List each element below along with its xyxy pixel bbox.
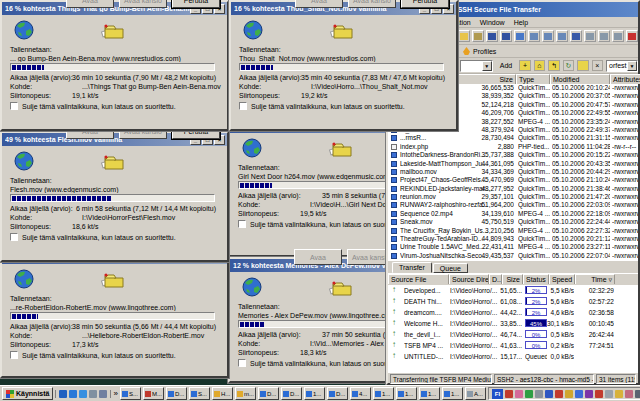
transfer-row[interactable]: ↑Developed...I:\Video\HorrorF.../...51,6… [388, 285, 638, 296]
file-row[interactable]: REKINDLED-jackstanley-mar...48,277,952Qu… [388, 185, 638, 193]
close-when-done-checkbox[interactable]: Sulje tämä valintaikkuna, kun lataus on … [10, 233, 176, 241]
large-icons-view-icon[interactable] [528, 30, 540, 42]
taskbar-window-button[interactable]: D... [166, 387, 187, 400]
tray-icon[interactable] [635, 390, 640, 398]
open-folder-button[interactable]: Avaa kansio [348, 0, 396, 8]
taskbar-window-button[interactable]: D... [258, 387, 279, 400]
folder-icon[interactable] [577, 60, 588, 71]
list-view-icon[interactable] [556, 30, 568, 42]
quick-connect-icon[interactable] [472, 30, 484, 42]
new-terminal-window-icon[interactable] [514, 30, 526, 42]
taskbar-window-button[interactable]: D... [327, 387, 348, 400]
tray-icon[interactable] [595, 390, 603, 398]
tray-icon[interactable] [525, 390, 533, 398]
transfer-list[interactable]: ↑Developed...I:\Video\HorrorF.../...51,6… [388, 285, 638, 373]
file-row[interactable]: RUNWAY2-ralphoshiro-rezfa...51,964,200Qu… [388, 201, 638, 209]
tray-icon[interactable] [605, 390, 613, 398]
checkbox-icon[interactable] [239, 102, 247, 110]
file-row[interactable]: Lakeside-MattThompson_Ju...44,361,095Qui… [388, 160, 638, 168]
file-row[interactable]: Sneak.mov45,750,519QuickTim...05.10.2006… [388, 218, 638, 226]
column-header-modified[interactable]: Modified [550, 74, 610, 84]
remote-path-combo[interactable]: orfest▼ [606, 60, 638, 72]
home-folder-icon[interactable]: ⌂ [534, 60, 545, 71]
refresh-icon[interactable]: ↻ [563, 60, 574, 71]
file-row[interactable]: TheatreGuy-TedArabian-ID...44,809,943Qui… [388, 235, 638, 243]
checkbox-icon[interactable] [10, 233, 18, 241]
checkbox-icon[interactable] [10, 351, 18, 359]
open-button[interactable]: Avaa [294, 249, 342, 265]
cancel-button[interactable]: Peruuta [401, 0, 449, 8]
taskbar-window-button[interactable]: 4... [350, 387, 371, 400]
quick-launch-icon[interactable] [99, 390, 107, 398]
taskbar-window-button[interactable]: 1... [419, 387, 440, 400]
file-row[interactable]: reunion.mov29,357,101QuickTim...05.10.20… [388, 193, 638, 201]
close-when-done-checkbox[interactable]: Sulje tämä valintaikkuna, kun lataus on … [238, 220, 404, 228]
taskbar-window-button[interactable]: H... [212, 387, 233, 400]
tray-icon[interactable] [535, 390, 543, 398]
open-folder-button[interactable]: Avaa kansio [119, 0, 167, 8]
menu-window[interactable]: Window [480, 19, 505, 26]
upload-arrow-icon[interactable] [500, 30, 512, 42]
tray-icon[interactable] [515, 390, 523, 398]
taskbar-window-button[interactable]: A... [465, 387, 486, 400]
show-local-pane-icon[interactable] [584, 30, 596, 42]
file-row[interactable]: Project47_Chaos-GeoffReis...45,470,969Qu… [388, 176, 638, 184]
file-row[interactable]: mailboo.mov34,334,369QuickTim...05.10.20… [388, 168, 638, 176]
taskbar-window-button[interactable]: 1... [373, 387, 394, 400]
quick-launch-overflow-icon[interactable]: » [113, 389, 117, 398]
abort-icon[interactable] [626, 30, 638, 42]
column-header-source-directory[interactable]: Source Directory [449, 274, 489, 284]
taskbar-window-button[interactable]: 1... [396, 387, 417, 400]
taskbar-window-button[interactable]: S... [120, 387, 141, 400]
language-indicator[interactable]: FI [492, 389, 503, 399]
column-header-type[interactable]: Type [516, 74, 550, 84]
taskbar-window-button[interactable]: S... [189, 387, 210, 400]
menu-help[interactable]: Help [514, 19, 528, 26]
delete-file-icon[interactable]: × [592, 60, 603, 71]
file-row[interactable]: The Crucifix_Ray Boykin_Us...3,210,256MP… [388, 227, 638, 235]
column-header-destination[interactable]: D... [489, 274, 502, 284]
transfer-row[interactable]: ↑TSFB MP4 ...I:\Video\HorrorF.../...41,6… [388, 340, 638, 351]
transfer-row[interactable]: ↑dreamcom....I:\Video\HorrorF.../...44,4… [388, 307, 638, 318]
file-row[interactable]: Sequence 02.mp434,139,610MPEG-4 ...05.10… [388, 210, 638, 218]
chevron-down-icon[interactable]: ▼ [482, 61, 492, 71]
folder-up-icon[interactable]: ↰ [548, 60, 559, 71]
taskbar-window-button[interactable]: 1... [442, 387, 463, 400]
new-folder-icon[interactable]: + [519, 60, 530, 71]
column-header-speed[interactable]: Speed [549, 274, 575, 284]
column-header-status[interactable]: Status [523, 274, 549, 284]
local-path-combo[interactable]: ▼ [460, 60, 492, 72]
download-arrow-icon[interactable] [486, 30, 498, 42]
taskbar-window-button[interactable]: M... [143, 387, 164, 400]
disconnect-icon[interactable] [458, 30, 470, 42]
add-button[interactable]: Add [496, 61, 516, 70]
tray-icon[interactable] [615, 390, 623, 398]
close-when-done-checkbox[interactable]: Sulje tämä valintaikkuna, kun lataus on … [10, 102, 176, 110]
tray-icon[interactable] [505, 390, 513, 398]
column-header-attributes[interactable]: Attributes [610, 74, 640, 84]
column-header-size[interactable]: Size [502, 274, 523, 284]
file-row[interactable]: ...rmsR...28,730,494QuickTim...05.10.200… [388, 134, 638, 142]
transfer-row[interactable]: ↑Welcome H...I:\Video\HorrorF.../...33,8… [388, 318, 638, 329]
taskbar-window-button[interactable]: m... [235, 387, 256, 400]
quick-launch-icon[interactable] [89, 390, 97, 398]
quick-launch-icon[interactable] [79, 390, 87, 398]
tray-icon[interactable] [575, 390, 583, 398]
column-header-size[interactable]: Size [484, 74, 516, 84]
tray-icon[interactable] [585, 390, 593, 398]
profiles-button[interactable]: Profiles [458, 45, 501, 57]
file-row[interactable]: Urine Trouble 1.5AVC_Med...22,431,411MPE… [388, 243, 638, 251]
transfer-row[interactable]: ↑the_devil_i...I:\Video\HorrorF.../...46… [388, 329, 638, 340]
details-view-icon[interactable] [570, 30, 582, 42]
open-button[interactable]: Avaa [66, 0, 114, 8]
checkbox-icon[interactable] [238, 359, 246, 367]
quick-launch-icon[interactable] [69, 390, 77, 398]
start-button[interactable]: Käynnistä [2, 387, 53, 400]
taskbar-window-button[interactable]: 1... [304, 387, 325, 400]
column-header-source-file[interactable]: Source File [388, 274, 449, 284]
checkbox-icon[interactable] [238, 220, 246, 228]
transfer-row[interactable]: ↑DEATH Thi...I:\Video\HorrorF.../...61,0… [388, 296, 638, 307]
file-row[interactable]: Virum-JoshuaNitschka-Seco...49,435,537Qu… [388, 252, 638, 260]
show-transfer-pane-icon[interactable] [612, 30, 624, 42]
tray-icon[interactable] [565, 390, 573, 398]
